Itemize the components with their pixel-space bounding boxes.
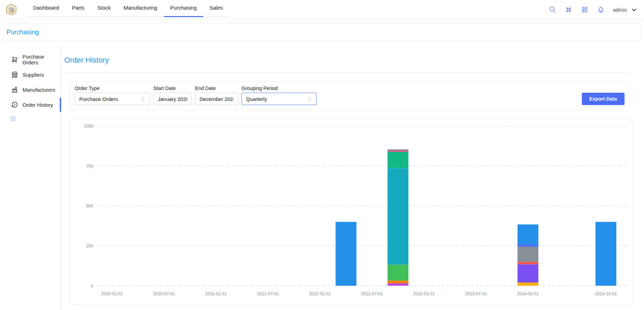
qrcode-icon[interactable]: [581, 6, 588, 14]
shopping-cart-icon: [11, 56, 18, 63]
command-icon: [565, 6, 572, 13]
sidebar-collapse-button[interactable]: [10, 116, 18, 123]
bar-segment[interactable]: [387, 149, 408, 150]
sidebar-item-label: Suppliers: [23, 72, 44, 78]
bar-segment[interactable]: [518, 264, 538, 283]
sidebar-item-suppliers[interactable]: Suppliers: [0, 67, 60, 82]
user-name: admin: [613, 7, 627, 13]
filter-field-end-date: End Date: [195, 86, 238, 106]
bar-segment[interactable]: [387, 152, 408, 168]
bar-segment[interactable]: [518, 283, 538, 286]
filter-field-order-type: Order TypePurchase Orders: [75, 86, 150, 106]
selector-icon: [307, 96, 312, 102]
x-tick-label: 2020-01-01: [101, 292, 123, 296]
filter-field-grouping-period: Grouping PeriodQuarterly: [242, 86, 317, 106]
bar-segment[interactable]: [335, 222, 356, 286]
end-date-label: End Date: [195, 86, 238, 91]
x-tick-label: 2021-01-01: [205, 292, 227, 296]
sidebar: Purchase OrdersSuppliersManufacturersOrd…: [0, 45, 61, 310]
main-panel: Order History Order TypePurchase OrdersS…: [61, 45, 644, 310]
bar-segment[interactable]: [387, 151, 408, 152]
x-tick-label: 2020-07-01: [153, 292, 175, 296]
sidebar-item-order-history[interactable]: Order History: [0, 97, 60, 112]
y-tick-label: 500: [86, 204, 93, 208]
x-tick-label: 2024-01-01: [517, 292, 539, 296]
app-header: DashboardPartsStockManufacturingPurchasi…: [0, 0, 644, 20]
order-history-chart: 025050075010002020-01-012020-07-012021-0…: [70, 118, 632, 305]
header-actions: admin: [549, 0, 638, 20]
y-tick-label: 750: [86, 164, 93, 169]
search-icon[interactable]: [549, 6, 556, 14]
x-tick-label: 2023-07-01: [465, 292, 487, 296]
page-title: Purchasing: [6, 28, 39, 36]
command-icon[interactable]: [565, 6, 572, 14]
y-tick-label: 1000: [84, 124, 93, 129]
chart-card: 025050075010002020-01-012020-07-012021-0…: [70, 118, 632, 305]
tab-purchasing[interactable]: Purchasing: [164, 0, 203, 16]
grouping-period-label: Grouping Period: [242, 86, 317, 91]
bell-icon[interactable]: [597, 6, 604, 14]
filter-field-start-date: Start Date: [153, 86, 192, 106]
grouping-period-select[interactable]: Quarterly: [242, 93, 317, 105]
bar-segment[interactable]: [518, 224, 538, 244]
start-date-label: Start Date: [153, 86, 192, 91]
inventree-logo-icon: [5, 3, 17, 16]
order-type-select[interactable]: Purchase Orders: [75, 93, 150, 105]
page-title-bar: Purchasing: [3, 23, 641, 41]
x-tick-label: 2024-10-01: [595, 292, 617, 296]
bar-segment[interactable]: [387, 281, 408, 283]
building-store-icon: [11, 71, 18, 78]
chevron-down-icon: [631, 7, 638, 13]
bar-segment[interactable]: [387, 264, 408, 281]
y-tick-label: 0: [91, 284, 93, 288]
tab-manufacturing[interactable]: Manufacturing: [117, 0, 164, 16]
tab-stock[interactable]: Stock: [91, 0, 117, 16]
grouping-period-value: Quarterly: [246, 96, 267, 102]
x-tick-label: 2022-07-01: [361, 292, 383, 296]
tab-parts[interactable]: Parts: [66, 0, 91, 16]
bar-segment[interactable]: [518, 247, 538, 262]
export-data-button[interactable]: Export Data: [582, 93, 625, 105]
y-tick-label: 250: [86, 244, 93, 248]
bar-segment[interactable]: [518, 262, 538, 264]
building-factory-icon: [11, 86, 18, 93]
section-divider: [64, 72, 630, 73]
qrcode-icon: [581, 6, 588, 13]
sidebar-item-manufacturers[interactable]: Manufacturers: [0, 82, 60, 97]
bell-icon: [597, 6, 604, 13]
start-date-input[interactable]: [153, 93, 192, 105]
sidebar-item-label: Manufacturers: [23, 87, 55, 93]
end-date-input[interactable]: [195, 93, 238, 105]
search-icon: [549, 6, 556, 13]
app-logo[interactable]: [5, 3, 18, 16]
tab-sales[interactable]: Sales: [203, 0, 230, 16]
bar-segment[interactable]: [387, 283, 408, 286]
order-type-label: Order Type: [75, 86, 150, 91]
order-type-value: Purchase Orders: [79, 96, 118, 102]
chevron-down-icon: [630, 6, 638, 14]
sidebar-item-label: Order History: [23, 102, 53, 108]
tab-dashboard[interactable]: Dashboard: [27, 0, 66, 16]
bar-segment[interactable]: [518, 244, 538, 247]
main-tabs: DashboardPartsStockManufacturingPurchasi…: [27, 0, 229, 17]
x-tick-label: 2022-01-01: [309, 292, 331, 296]
order-history-title: Order History: [64, 56, 644, 65]
sidebar-items: Purchase OrdersSuppliersManufacturersOrd…: [0, 45, 60, 112]
user-menu[interactable]: admin: [613, 6, 638, 14]
x-tick-label: 2023-01-01: [413, 292, 435, 296]
bar-segment[interactable]: [595, 222, 616, 286]
selector-icon: [140, 96, 146, 102]
filters-card: Order TypePurchase OrdersStart DateEnd D…: [70, 81, 630, 110]
sidebar-collapse-icon: [10, 116, 16, 121]
sidebar-item-purchase-orders[interactable]: Purchase Orders: [0, 52, 60, 67]
x-tick-label: 2021-07-01: [257, 292, 279, 296]
bar-segment[interactable]: [387, 168, 408, 264]
history-icon: [11, 101, 18, 108]
sidebar-item-label: Purchase Orders: [23, 54, 60, 65]
